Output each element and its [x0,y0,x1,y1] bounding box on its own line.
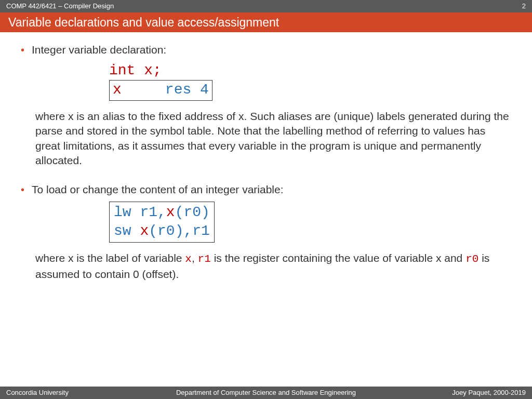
code-x-ref1: x [166,204,175,220]
code-r0-a: (r0) [175,204,210,220]
code-int-x: int x; [109,61,511,80]
code-sw-part: sw [114,223,140,239]
course-label: COMP 442/6421 – Compiler Design [6,0,114,12]
slide: COMP 442/6421 – Compiler Design 2 Variab… [0,0,532,399]
code-r1-part: ,r1 [183,223,209,239]
p2-r1: r1 [198,253,211,265]
code-r0-b: (r0) [149,223,183,239]
p2-t3: is the register containing the value of … [211,252,466,264]
header-bar: COMP 442/6421 – Compiler Design 2 [0,0,532,12]
bullet-1-text: Integer variable declaration: [32,43,166,57]
code-block-1: int x; x res 4 [109,61,511,101]
p2-x: x [185,253,192,265]
code-spacer [122,82,165,98]
bullet-1: • Integer variable declaration: [21,43,511,57]
footer-right: Joey Paquet, 2000-2019 [452,387,526,399]
slide-title: Variable declarations and value access/a… [0,12,532,32]
code-res-4: res 4 [165,82,209,98]
code-sw: sw x(r0),r1 [114,222,210,241]
bullet-2-text: To load or change the content of an inte… [32,182,284,197]
code-x-ref2: x [140,223,149,239]
p2-t1: where x is the label of variable [35,252,185,264]
code-lw: lw r1,x(r0) [114,203,210,222]
code-lw-part: lw r1, [114,204,166,220]
page-number: 2 [522,0,526,12]
code-box-2: lw r1,x(r0) sw x(r0),r1 [109,202,215,243]
footer-bar: Concordia University Department of Compu… [0,387,532,399]
bullet-icon: • [21,43,24,57]
p2-r0: r0 [466,253,478,265]
code-label-x: x [113,82,122,98]
bullet-icon: • [21,182,24,197]
code-block-2: lw r1,x(r0) sw x(r0),r1 [109,202,511,243]
bullet-2: • To load or change the content of an in… [21,182,511,197]
slide-content: • Integer variable declaration: int x; x… [0,32,532,282]
code-x-res-4: x res 4 [109,80,212,101]
paragraph-1: where x is an alias to the fixed address… [35,109,511,168]
paragraph-2: where x is the label of variable x, r1 i… [35,251,511,282]
p2-t2: , [192,252,198,264]
